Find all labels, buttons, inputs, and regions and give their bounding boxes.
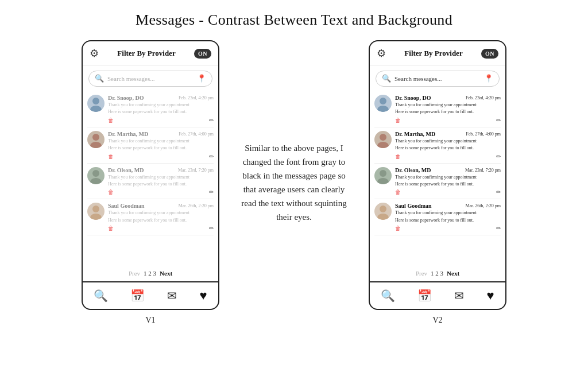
v2-messages-list: Dr. Snoop, DO Feb. 23rd, 4:20 pm Thank y…	[370, 91, 505, 265]
v1-date-4: Mar. 26th, 2:20 pm	[178, 203, 214, 208]
message-top: Dr. Martha, MD Feb. 27th, 4:00 pm Thank …	[374, 131, 501, 152]
edit-icon[interactable]: ✏	[496, 225, 501, 231]
mail-footer-icon-v2[interactable]: ✉	[454, 289, 464, 303]
message-actions-v2-3: 🗑 ✏	[374, 189, 501, 195]
v1-location-icon[interactable]: 📍	[197, 74, 206, 83]
edit-icon[interactable]: ✏	[209, 189, 214, 195]
v2-prev-button[interactable]: Prev	[416, 270, 427, 277]
trash-icon[interactable]: 🗑	[395, 153, 401, 160]
v2-msg-line1-4: Thank you for confirming your appointmen…	[395, 210, 501, 216]
heart-footer-icon-v2[interactable]: ♥	[486, 288, 494, 303]
message-header-row: Saul Goodman Mar. 26th, 2:20 pm	[395, 203, 501, 209]
message-header-row: Dr. Snoop, DO Feb. 23rd, 4:20 pm	[108, 95, 214, 101]
message-header-row: Dr. Martha, MD Feb. 27th, 4:00 pm	[108, 131, 214, 137]
v1-msg-line1-3: Thank you for confirming your appointmen…	[108, 175, 214, 180]
svg-point-8	[380, 98, 386, 104]
edit-icon[interactable]: ✏	[209, 153, 214, 160]
gear-icon-v2[interactable]: ⚙	[377, 47, 386, 60]
calendar-footer-icon-v2[interactable]: 📅	[417, 289, 432, 303]
list-item: Dr. Snoop, DO Feb. 23rd, 4:20 pm Thank y…	[87, 91, 214, 127]
message-top: Dr. Snoop, DO Feb. 23rd, 4:20 pm Thank y…	[87, 95, 214, 115]
v2-toggle[interactable]: ON	[481, 49, 498, 59]
v2-msg-line2-1: Here is some paperwork for you to fill o…	[395, 109, 501, 115]
v1-search-icon: 🔍	[95, 74, 104, 83]
v1-search-placeholder: Search messages...	[107, 75, 194, 82]
message-content: Dr. Martha, MD Feb. 27th, 4:00 pm Thank …	[395, 131, 501, 152]
v2-next-button[interactable]: Next	[447, 270, 459, 277]
message-actions-v2-2: 🗑 ✏	[374, 153, 501, 160]
v2-search-bar[interactable]: 🔍 Search messages... 📍	[376, 71, 500, 87]
list-item: Saul Goodman Mar. 26th, 2:20 pm Thank yo…	[87, 199, 214, 235]
svg-point-1	[90, 106, 102, 112]
message-content: Dr. Snoop, DO Feb. 23rd, 4:20 pm Thank y…	[395, 95, 501, 115]
edit-icon[interactable]: ✏	[209, 117, 214, 123]
v1-msg-line2-4: Here is some paperwork for you to fill o…	[108, 218, 214, 223]
description-text: Similar to the above pages, I changed th…	[231, 135, 357, 230]
list-item: Saul Goodman Mar. 26th, 2:20 pm Thank yo…	[374, 199, 501, 235]
v1-doctor-name-1: Dr. Snoop, DO	[108, 95, 144, 101]
trash-icon[interactable]: 🗑	[108, 225, 114, 231]
svg-point-13	[377, 178, 389, 184]
v1-doctor-name-4: Saul Goodman	[108, 203, 145, 209]
avatar	[87, 95, 105, 112]
v1-toggle[interactable]: ON	[194, 49, 211, 59]
v2-header: ⚙ Filter By Provider ON	[370, 41, 505, 66]
gear-icon[interactable]: ⚙	[90, 47, 99, 60]
trash-icon[interactable]: 🗑	[108, 117, 114, 123]
v2-msg-line2-2: Here is some paperwork for you to fill o…	[395, 145, 501, 151]
message-top: Dr. Olson, MD Mar. 23rd, 7:20 pm Thank y…	[87, 167, 214, 188]
svg-point-5	[90, 178, 102, 184]
message-actions-3: 🗑 ✏	[87, 189, 214, 195]
avatar	[374, 167, 392, 184]
v1-msg-line2-1: Here is some paperwork for you to fill o…	[108, 109, 214, 115]
v1-next-button[interactable]: Next	[160, 270, 172, 277]
v2-page-numbers[interactable]: 1 2 3	[431, 270, 443, 277]
message-header-row: Dr. Olson, MD Mar. 23rd, 7:20 pm	[108, 167, 214, 173]
message-content: Dr. Olson, MD Mar. 23rd, 7:20 pm Thank y…	[108, 167, 214, 188]
v1-msg-line2-2: Here is some paperwork for you to fill o…	[108, 145, 214, 151]
avatar	[87, 203, 105, 220]
v2-doctor-name-4: Saul Goodman	[395, 203, 432, 209]
v1-msg-line1-2: Thank you for confirming your appointmen…	[108, 138, 214, 144]
v1-page-numbers[interactable]: 1 2 3	[144, 270, 156, 277]
v1-phone-footer: 🔍 📅 ✉ ♥	[83, 281, 218, 309]
list-item: Dr. Olson, MD Mar. 23rd, 7:20 pm Thank y…	[87, 164, 214, 200]
calendar-footer-icon[interactable]: 📅	[130, 289, 145, 303]
v1-prev-button[interactable]: Prev	[129, 270, 140, 277]
page-title: Messages - Contrast Between Text and Bac…	[136, 11, 452, 29]
search-footer-icon-v2[interactable]: 🔍	[381, 289, 395, 303]
trash-icon[interactable]: 🗑	[108, 189, 114, 195]
edit-icon[interactable]: ✏	[496, 153, 501, 160]
v2-location-icon[interactable]: 📍	[484, 74, 493, 83]
trash-icon[interactable]: 🗑	[395, 225, 401, 231]
v1-messages-list: Dr. Snoop, DO Feb. 23rd, 4:20 pm Thank y…	[83, 91, 218, 265]
mail-footer-icon[interactable]: ✉	[167, 289, 177, 303]
v2-msg-line1-2: Thank you for confirming your appointmen…	[395, 138, 501, 144]
search-footer-icon[interactable]: 🔍	[94, 289, 108, 303]
v1-doctor-name-3: Dr. Olson, MD	[108, 167, 144, 173]
v2-filter-label: Filter By Provider	[390, 49, 477, 58]
svg-point-9	[377, 106, 389, 112]
message-header-row: Saul Goodman Mar. 26th, 2:20 pm	[108, 203, 214, 209]
v1-date-1: Feb. 23rd, 4:20 pm	[179, 95, 214, 100]
message-header-row: Dr. Martha, MD Feb. 27th, 4:00 pm	[395, 131, 501, 137]
v2-search-placeholder: Search messages...	[394, 75, 481, 82]
message-content: Saul Goodman Mar. 26th, 2:20 pm Thank yo…	[108, 203, 214, 223]
trash-icon[interactable]: 🗑	[108, 153, 114, 160]
v1-doctor-name-2: Dr. Martha, MD	[108, 131, 148, 137]
edit-icon[interactable]: ✏	[496, 189, 501, 195]
message-top: Dr. Martha, MD Feb. 27th, 4:00 pm Thank …	[87, 131, 214, 152]
trash-icon[interactable]: 🗑	[395, 117, 401, 123]
v1-msg-line1-4: Thank you for confirming your appointmen…	[108, 210, 214, 216]
svg-point-6	[92, 206, 99, 212]
heart-footer-icon[interactable]: ♥	[199, 288, 207, 303]
v2-date-3: Mar. 23rd, 7:20 pm	[465, 168, 501, 173]
v1-header: ⚙ Filter By Provider ON	[83, 41, 218, 66]
edit-icon[interactable]: ✏	[209, 225, 214, 231]
message-top: Dr. Olson, MD Mar. 23rd, 7:20 pm Thank y…	[374, 167, 501, 188]
trash-icon[interactable]: 🗑	[395, 189, 401, 195]
v1-search-bar[interactable]: 🔍 Search messages... 📍	[88, 71, 212, 87]
message-actions-2: 🗑 ✏	[87, 153, 214, 160]
v2-msg-line2-3: Here is some paperwork for you to fill o…	[395, 181, 501, 187]
edit-icon[interactable]: ✏	[496, 117, 501, 123]
